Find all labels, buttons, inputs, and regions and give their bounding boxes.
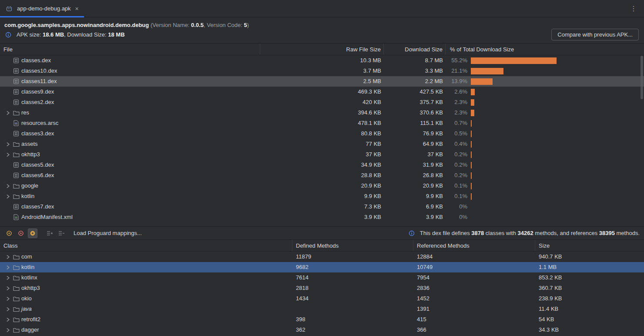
file-row[interactable]: res394.6 KB370.6 KB2.3%	[0, 108, 644, 118]
show-fields-button[interactable]	[4, 228, 14, 238]
download-size: 37 KB	[384, 149, 446, 160]
chevron-right-icon[interactable]	[3, 296, 12, 301]
percent-bar	[471, 89, 475, 95]
close-icon[interactable]: ×	[75, 5, 79, 12]
referenced-methods: 1391	[413, 304, 535, 314]
download-size: 2.2 MB	[384, 76, 446, 87]
class-size: 853.2 KB	[535, 272, 644, 283]
file-name: res	[21, 108, 29, 118]
file-row[interactable]: classes7.dex7.3 KB6.9 KB0%	[0, 202, 644, 212]
show-referenced-nodes-button[interactable]	[28, 228, 37, 238]
file-row[interactable]: kotlin9.9 KB9.9 KB0.1%	[0, 191, 644, 202]
chevron-right-icon[interactable]	[3, 328, 12, 333]
download-size: 20.9 KB	[384, 181, 446, 191]
column-header-referenced[interactable]: Referenced Methods	[413, 240, 535, 251]
chevron-right-icon[interactable]	[3, 286, 12, 291]
name-cell: java	[0, 304, 292, 314]
version-name-label: (Version Name:	[149, 22, 191, 28]
name-cell: classes7.dex	[0, 202, 260, 212]
percent-value: 0.5%	[446, 128, 467, 139]
file-row[interactable]: classes6.dex28.8 KB26.8 KB0.2%	[0, 170, 644, 181]
folder-icon	[12, 265, 20, 270]
class-size: 1.1 MB	[535, 262, 644, 272]
column-header-raw-size[interactable]: Raw File Size	[260, 44, 384, 55]
file-row[interactable]: assets77 KB64.9 KB0.4%	[0, 139, 644, 149]
file-row[interactable]: classes5.dex34.9 KB31.9 KB0.2%	[0, 160, 644, 170]
name-cell: retrofit2	[0, 314, 292, 325]
class-name: java	[21, 304, 32, 314]
chevron-right-icon[interactable]	[3, 265, 12, 270]
raw-file-size: 394.6 KB	[260, 108, 384, 118]
class-row[interactable]: com1187912884940.7 KB	[0, 252, 644, 262]
percent-bar	[471, 131, 472, 137]
vertical-scrollbar-thumb[interactable]	[641, 56, 643, 99]
editor-tab-apk[interactable]: app-demo-debug.apk ×	[0, 0, 84, 17]
file-row[interactable]: classes11.dex2.5 MB2.2 MB13.9%	[0, 76, 644, 87]
arsc-file-icon	[12, 120, 20, 126]
class-table-rows: com1187912884940.7 KBkotlin9682107491.1 …	[0, 252, 644, 335]
class-size: 940.7 KB	[535, 252, 644, 262]
class-row[interactable]: dagger36236634.3 KB	[0, 325, 644, 335]
chevron-right-icon[interactable]	[3, 276, 12, 280]
folder-icon	[12, 141, 20, 147]
chevron-right-icon[interactable]	[3, 255, 12, 259]
class-name: com	[21, 252, 32, 262]
expand-all-button[interactable]	[45, 228, 54, 238]
percent-cell: 0%	[446, 202, 644, 212]
column-header-percent[interactable]: % of Total Download Size	[446, 44, 644, 55]
percent-cell: 55.2%	[446, 55, 644, 66]
percent-value: 0%	[446, 202, 467, 212]
percent-cell: 0.4%	[446, 139, 644, 149]
file-row[interactable]: classes9.dex469.3 KB427.5 KB2.6%	[0, 87, 644, 97]
raw-file-size: 9.9 KB	[260, 191, 384, 202]
chevron-right-icon[interactable]	[3, 184, 12, 188]
download-size: 76.9 KB	[384, 128, 446, 139]
class-row[interactable]: kotlinx76147954853.2 KB	[0, 272, 644, 283]
class-row[interactable]: retrofit239841554 KB	[0, 314, 644, 325]
dex-viewer-toolbar: Load Proguard mappings... This dex file …	[0, 226, 644, 239]
file-row[interactable]: google20.9 KB20.9 KB0.1%	[0, 181, 644, 191]
column-header-size[interactable]: Size	[535, 240, 644, 251]
chevron-right-icon[interactable]	[3, 111, 12, 115]
folder-icon	[12, 317, 20, 323]
class-row[interactable]: java139111.4 KB	[0, 304, 644, 314]
dex-file-icon	[12, 172, 20, 178]
kebab-menu-icon[interactable]: ⋮	[628, 0, 639, 17]
chevron-right-icon[interactable]	[3, 152, 12, 157]
download-size: 6.9 KB	[384, 202, 446, 212]
file-row[interactable]: classes3.dex80.8 KB76.9 KB0.5%	[0, 128, 644, 139]
file-table-spacer	[0, 222, 644, 226]
column-header-file[interactable]: File	[0, 44, 260, 55]
class-row[interactable]: okio14341452238.9 KB	[0, 293, 644, 304]
file-row[interactable]: classes.dex10.3 MB8.7 MB55.2%	[0, 55, 644, 66]
name-cell: dagger	[0, 325, 292, 335]
column-header-download[interactable]: Download Size	[384, 44, 446, 55]
chevron-right-icon[interactable]	[3, 142, 12, 147]
file-name: classes2.dex	[21, 97, 54, 108]
class-row[interactable]: okhttp328182836360.7 KB	[0, 283, 644, 293]
class-name: retrofit2	[21, 314, 40, 325]
class-row[interactable]: kotlin9682107491.1 MB	[0, 262, 644, 272]
column-header-class[interactable]: Class	[0, 240, 292, 251]
column-header-defined[interactable]: Defined Methods	[292, 240, 413, 251]
file-row[interactable]: classes2.dex420 KB375.7 KB2.3%	[0, 97, 644, 108]
dex-file-icon	[12, 78, 20, 84]
load-proguard-mappings-link[interactable]: Load Proguard mappings...	[74, 230, 142, 236]
file-row[interactable]: resources.arsc478.1 KB115.1 KB0.7%	[0, 118, 644, 128]
folder-icon	[12, 152, 20, 158]
collapse-all-button[interactable]	[57, 228, 66, 238]
chevron-right-icon[interactable]	[3, 317, 12, 322]
show-methods-button[interactable]	[16, 228, 26, 238]
percent-value: 21.1%	[446, 66, 467, 76]
raw-file-size: 37 KB	[260, 149, 384, 160]
file-table-rows: classes.dex10.3 MB8.7 MB55.2%classes10.d…	[0, 55, 644, 222]
chevron-right-icon[interactable]	[3, 307, 12, 312]
chevron-right-icon[interactable]	[3, 194, 12, 199]
compare-with-previous-apk-button[interactable]: Compare with previous APK...	[551, 29, 639, 40]
percent-value: 0.1%	[446, 191, 467, 202]
file-row[interactable]: okhttp337 KB37 KB0.2%	[0, 149, 644, 160]
referenced-methods: 2836	[413, 283, 535, 293]
file-row[interactable]: AndroidManifest.xml3.9 KB3.9 KB0%	[0, 212, 644, 222]
file-row[interactable]: classes10.dex3.7 MB3.3 MB21.1%	[0, 66, 644, 76]
percent-cell: 0.2%	[446, 160, 644, 170]
